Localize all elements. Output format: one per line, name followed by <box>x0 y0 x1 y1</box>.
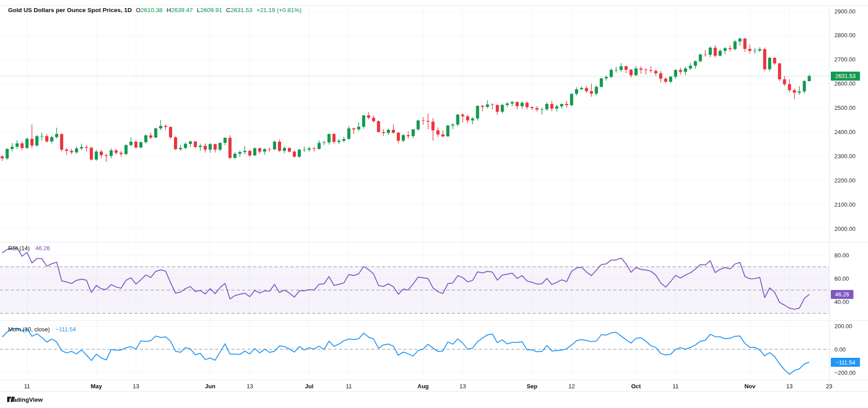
candle <box>511 102 514 104</box>
candle <box>243 151 247 152</box>
candle <box>674 70 677 77</box>
tradingview-logo[interactable]: TradingView <box>7 396 43 403</box>
time-axis-label[interactable]: 13 <box>133 383 139 390</box>
candle <box>560 104 563 106</box>
candle <box>204 146 207 150</box>
candle <box>194 141 197 147</box>
candle <box>258 148 261 152</box>
symbol-legend[interactable]: Gold US Dollars per Ounce Spot Prices, 1… <box>8 7 301 14</box>
candle <box>213 144 217 149</box>
candle <box>218 143 221 150</box>
candle <box>575 89 578 94</box>
mom-value-badge-text: −111.54 <box>836 360 855 366</box>
candle <box>798 91 801 93</box>
candle <box>327 134 330 143</box>
mom-axis-label: 0.00 <box>834 346 846 353</box>
candle <box>808 76 811 81</box>
candle <box>174 137 177 149</box>
time-axis-label[interactable]: 12 <box>569 383 575 390</box>
candle <box>278 142 281 151</box>
time-axis-label[interactable]: Aug <box>417 383 429 390</box>
time-axis-label[interactable]: Nov <box>744 383 755 390</box>
candle <box>208 144 212 149</box>
candle <box>332 134 335 142</box>
candle <box>16 143 19 147</box>
candle <box>724 48 727 51</box>
time-axis-label[interactable]: Oct <box>631 383 641 390</box>
time-axis-label[interactable]: 13 <box>460 383 466 390</box>
candle <box>694 61 697 66</box>
candle <box>773 58 776 63</box>
candle <box>372 118 375 122</box>
candle <box>570 94 573 105</box>
candle <box>234 154 237 158</box>
momentum-indicator-legend[interactable]: Mom (10, close) −111.54 <box>8 326 76 333</box>
candle <box>684 69 687 72</box>
candle <box>778 63 781 79</box>
candle <box>412 130 415 136</box>
candle <box>75 148 78 152</box>
ohlc-open: O2610.38 <box>136 7 162 14</box>
time-axis-label[interactable]: 23 <box>826 383 832 390</box>
candle <box>758 49 761 51</box>
ohlc-high: H2639.47 <box>166 7 193 14</box>
candle <box>689 66 692 69</box>
candle <box>179 148 182 149</box>
candle <box>491 104 494 105</box>
chart-widget: 2900.002800.002700.002600.002500.002400.… <box>0 0 868 408</box>
price-axis-label: 2100.00 <box>834 201 855 208</box>
candle <box>357 127 360 130</box>
candle <box>417 121 420 130</box>
candle <box>45 136 48 142</box>
rsi-indicator-name[interactable]: RSI (14) <box>8 245 30 252</box>
candle <box>451 125 454 126</box>
candle <box>392 130 395 133</box>
candle <box>159 126 162 128</box>
momentum-indicator-name[interactable]: Mom (10, close) <box>8 326 50 333</box>
candle <box>253 148 256 156</box>
price-axis-label: 2900.00 <box>834 8 855 15</box>
symbol-title[interactable]: Gold US Dollars per Ounce Spot Prices, 1… <box>8 7 132 14</box>
candle <box>268 149 271 150</box>
candle <box>649 70 652 71</box>
time-axis-label[interactable]: 11 <box>673 383 679 390</box>
candle <box>70 151 73 152</box>
time-axis-label[interactable]: Jun <box>205 383 215 390</box>
candle <box>743 39 746 49</box>
candle <box>466 116 469 120</box>
candle <box>189 141 192 143</box>
candle <box>634 69 638 75</box>
time-axis-label[interactable]: Sep <box>527 383 538 390</box>
candle <box>679 70 682 72</box>
candle <box>644 69 647 70</box>
candle <box>35 136 39 146</box>
time-axis-label[interactable]: 13 <box>786 383 793 390</box>
candle <box>620 66 623 70</box>
candle <box>125 145 128 154</box>
candle <box>317 143 321 149</box>
candle <box>382 132 385 133</box>
ohlc-low: L2609.91 <box>197 7 222 14</box>
price-axis-label: 2700.00 <box>834 56 855 63</box>
candle <box>506 104 509 105</box>
candle <box>60 134 63 150</box>
candle <box>402 135 405 140</box>
time-axis-label[interactable]: 11 <box>346 383 352 390</box>
time-axis[interactable] <box>0 380 829 391</box>
candle <box>521 103 524 106</box>
price-axis[interactable] <box>829 5 868 391</box>
candle <box>347 128 351 139</box>
candle <box>793 90 796 92</box>
time-axis-label[interactable]: May <box>91 383 102 390</box>
candle <box>719 51 722 56</box>
time-axis-label[interactable]: 13 <box>247 383 253 390</box>
time-axis-label[interactable]: 11 <box>24 383 30 390</box>
candle <box>109 150 113 156</box>
candle <box>6 149 9 158</box>
time-axis-label[interactable]: Jul <box>305 383 313 390</box>
candle <box>461 115 464 117</box>
candle <box>709 48 712 55</box>
chart-canvas[interactable]: 2900.002800.002700.002600.002500.002400.… <box>0 0 868 408</box>
candle <box>704 54 707 55</box>
rsi-indicator-legend[interactable]: RSI (14) 46.26 <box>8 245 50 252</box>
